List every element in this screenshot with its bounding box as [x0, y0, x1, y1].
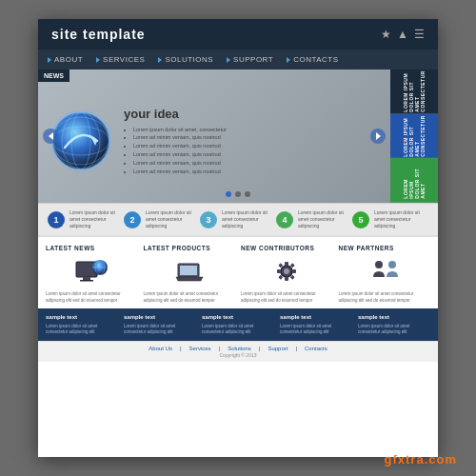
- blue-band-label-3: sample text: [202, 313, 274, 322]
- col-new-partners: NEW PARTNERS Lorem ipsum dolor sit amet …: [339, 245, 431, 305]
- footer-link-about[interactable]: About Us: [149, 346, 172, 351]
- svg-rect-10: [80, 280, 93, 282]
- blue-band-text-1: Lorem ipsum dolor sit amet consectetur a…: [46, 324, 118, 337]
- step-1[interactable]: 1 Lorem ipsum dolor sit amet consectetur…: [48, 209, 124, 229]
- nav-item-solutions[interactable]: SOLUTIONS: [158, 55, 213, 64]
- hero-news-label: NEWS: [38, 69, 69, 82]
- col-title-partners: NEW PARTNERS: [339, 245, 431, 251]
- footer-link-services[interactable]: Services: [189, 346, 211, 351]
- slider-dots: [226, 191, 250, 197]
- col-icon-news: [46, 254, 138, 288]
- website-mockup: site template ★ ▲ ☰ ABOUT SERVICES SOLUT…: [38, 19, 438, 457]
- svg-rect-18: [285, 262, 288, 266]
- col-icon-partners: [339, 254, 431, 288]
- arrow-left-icon: [49, 132, 53, 140]
- step-4[interactable]: 4 Lorem ipsum dolor sit amet consectetur…: [276, 209, 352, 229]
- col-body-contributors: Lorem ipsum dolor sit amet consectetur a…: [241, 291, 333, 305]
- footer-sep-1: |: [180, 346, 182, 351]
- slider-next-button[interactable]: [370, 129, 386, 144]
- nav-label-contacts: CONTACTS: [293, 55, 338, 64]
- dot-1[interactable]: [226, 191, 231, 197]
- step-num-3: 3: [200, 211, 217, 228]
- dot-2[interactable]: [235, 191, 241, 197]
- svg-point-26: [375, 261, 383, 268]
- footer-sep-3: |: [259, 346, 261, 351]
- svg-point-17: [284, 268, 289, 274]
- sidebar-tab-label-3: Lorem ipsum dolor sit amet: [403, 162, 426, 199]
- blue-band-label-5: sample text: [358, 313, 430, 322]
- step-3[interactable]: 3 Lorem ipsum dolor sit amet consectetur…: [200, 209, 276, 229]
- step-text-3: Lorem ipsum dolor sit amet consectetur a…: [222, 209, 276, 229]
- header-title: site template: [51, 27, 146, 42]
- step-text-2: Lorem ipsum dolor sit amet consectetur a…: [146, 209, 200, 229]
- footer: About Us | Services | Solutions | Suppor…: [38, 341, 438, 362]
- menu-icon[interactable]: ☰: [414, 28, 425, 41]
- sidebar-tab-2[interactable]: Lorem ipsum dolor sit amet consectetur: [390, 114, 438, 159]
- nav-item-support[interactable]: SUPPORT: [227, 55, 273, 64]
- dot-3[interactable]: [245, 191, 250, 197]
- nav-label-support: SUPPORT: [233, 55, 273, 64]
- sidebar-tab-1[interactable]: Lorem ipsum dolor sit amet consectetur: [390, 69, 438, 114]
- nav-label-about: ABOUT: [54, 55, 83, 64]
- nav-label-services: SERVICES: [103, 55, 145, 64]
- hero-line-6: Lorem ad minim veniam, quis nostrud: [133, 168, 381, 176]
- footer-link-solutions[interactable]: Solutions: [228, 346, 251, 351]
- col-body-products: Lorem ipsum dolor sit amet consectetur a…: [144, 291, 236, 305]
- svg-rect-15: [180, 266, 197, 275]
- footer-link-support[interactable]: Support: [268, 346, 288, 351]
- step-5[interactable]: 5 Lorem ipsum dolor sit amet consectetur…: [352, 209, 428, 229]
- footer-link-contacts[interactable]: Contacts: [305, 346, 327, 351]
- header: site template ★ ▲ ☰: [38, 19, 438, 50]
- hero-body-text: Lorem ipsum dolor sit amet, consectetur …: [124, 126, 381, 176]
- col-icon-products: [144, 254, 236, 288]
- sidebar-tab-label-2: Lorem ipsum dolor sit amet consectetur: [403, 115, 426, 157]
- navbar: ABOUT SERVICES SOLUTIONS SUPPORT CONTACT…: [38, 50, 438, 69]
- hero-content: your idea Lorem ipsum dolor sit amet, co…: [38, 69, 390, 203]
- hero-line-5: Lorem ad minim veniam, quis nostrud: [133, 159, 381, 168]
- step-num-2: 2: [124, 211, 141, 228]
- blue-band-col-3: sample text Lorem ipsum dolor sit amet c…: [202, 313, 274, 337]
- nav-item-about[interactable]: ABOUT: [48, 55, 83, 64]
- nav-item-services[interactable]: SERVICES: [96, 55, 145, 64]
- star-icon[interactable]: ★: [381, 28, 391, 41]
- columns-section: LATEST NEWS: [38, 235, 438, 308]
- watermark-suffix: .com: [425, 452, 457, 466]
- svg-rect-9: [83, 277, 90, 280]
- footer-sep-4: |: [295, 346, 297, 351]
- step-text-5: Lorem ipsum dolor sit amet consectetur a…: [374, 209, 428, 229]
- blue-band-col-5: sample text Lorem ipsum dolor sit amet c…: [358, 313, 430, 337]
- steps-bar: 1 Lorem ipsum dolor sit amet consectetur…: [38, 203, 438, 235]
- footer-links: About Us | Services | Solutions | Suppor…: [149, 346, 327, 351]
- hero-text-block: your idea Lorem ipsum dolor sit amet, co…: [124, 107, 381, 176]
- blue-band-text-3: Lorem ipsum dolor sit amet consectetur a…: [202, 324, 274, 337]
- watermark-text: gfxtra: [385, 452, 425, 466]
- footer-copyright: Copyright © 2013: [220, 352, 257, 358]
- nav-label-solutions: SOLUTIONS: [165, 55, 213, 64]
- nav-item-contacts[interactable]: CONTACTS: [287, 55, 338, 64]
- step-num-1: 1: [48, 211, 65, 228]
- alert-icon[interactable]: ▲: [397, 28, 408, 41]
- nav-arrow-about: [48, 57, 51, 63]
- blue-band-text-5: Lorem ipsum dolor sit amet consectetur a…: [358, 324, 430, 337]
- header-title-bold: site: [51, 27, 78, 42]
- blue-band-text-2: Lorem ipsum dolor sit amet consectetur a…: [124, 324, 196, 337]
- blue-band: sample text Lorem ipsum dolor sit amet c…: [38, 308, 438, 342]
- svg-rect-20: [277, 269, 281, 273]
- slider-prev-button[interactable]: [43, 129, 58, 144]
- footer-sep-2: |: [219, 346, 221, 351]
- hero-line-2: Lorem ad minim veniam, quis nostrud: [133, 133, 381, 142]
- step-num-4: 4: [276, 211, 293, 228]
- col-latest-products: LATEST PRODUCTS Lorem ipsum dolor sit am…: [144, 245, 236, 305]
- col-title-news: LATEST NEWS: [46, 245, 138, 251]
- step-2[interactable]: 2 Lorem ipsum dolor sit amet consectetur…: [124, 209, 200, 229]
- hero-sidebar-tabs: Lorem ipsum dolor sit amet consectetur L…: [390, 69, 438, 203]
- step-text-1: Lorem ipsum dolor sit amet consectetur a…: [69, 209, 124, 229]
- col-new-contributors: NEW CONTRIBUTORS Lorem ipsum d: [241, 245, 333, 305]
- blue-band-col-1: sample text Lorem ipsum dolor sit amet c…: [46, 313, 118, 337]
- col-title-products: LATEST PRODUCTS: [144, 245, 236, 251]
- hero-line-1: Lorem ipsum dolor sit amet, consectetur: [133, 126, 381, 134]
- sidebar-tab-label-1: Lorem ipsum dolor sit amet consectetur: [403, 71, 426, 113]
- sidebar-tab-3[interactable]: Lorem ipsum dolor sit amet: [390, 158, 438, 203]
- nav-arrow-support: [227, 57, 230, 63]
- hero-globe: [48, 108, 114, 174]
